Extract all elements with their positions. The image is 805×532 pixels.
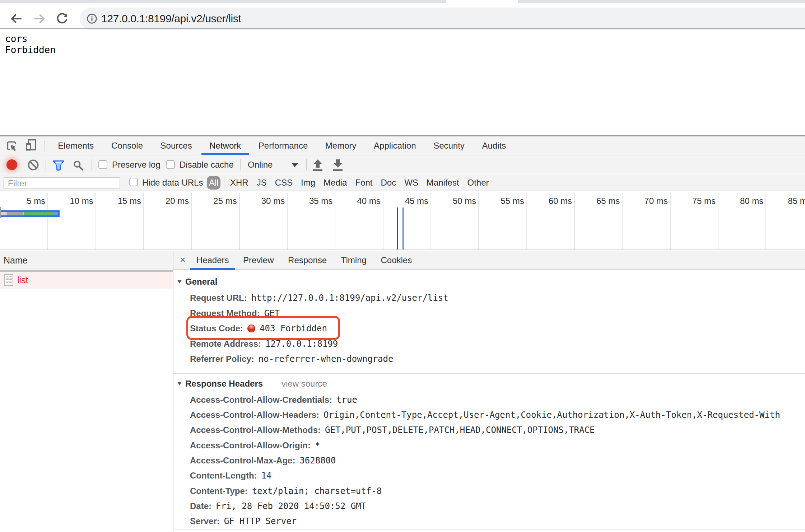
filter-type[interactable]: Img (301, 174, 315, 191)
filter-type[interactable]: CSS (275, 174, 293, 191)
disclosure-triangle-icon[interactable] (177, 382, 182, 386)
pane-divider[interactable] (173, 251, 173, 532)
filter-type[interactable]: Media (324, 174, 347, 191)
url-text[interactable]: 127.0.0.1:8199/api.v2/user/list (101, 8, 241, 30)
disable-cache-label[interactable]: Disable cache (180, 156, 234, 173)
throttling-select[interactable]: Online (248, 156, 273, 173)
view-source-link[interactable]: view source (281, 379, 327, 389)
hide-data-urls-label[interactable]: Hide data URLs (142, 174, 203, 191)
preserve-log-checkbox[interactable] (98, 160, 107, 169)
request-name[interactable]: list (17, 272, 28, 289)
inspect-element-button[interactable] (7, 141, 17, 151)
request-url-label: Request URL: (190, 293, 247, 303)
export-har-button[interactable] (332, 159, 344, 172)
devtools-tab[interactable]: Security (425, 136, 473, 155)
referrer-policy-value: no-referrer-when-downgrade (259, 354, 394, 364)
filter-type[interactable]: WS (404, 174, 418, 191)
info-icon[interactable] (86, 13, 98, 24)
waterfall-overview-bar[interactable] (1, 210, 60, 217)
ruler-tick-label: 25 ms (213, 196, 237, 206)
response-header-name: Access-Control-Allow-Methods: (190, 425, 321, 435)
address-bar[interactable]: 127.0.0.1:8199/api.v2/user/list (80, 8, 805, 30)
forward-button[interactable] (33, 12, 46, 25)
name-column-header[interactable]: Name (0, 251, 173, 272)
filter-type[interactable]: Doc (381, 174, 396, 191)
filter-type[interactable]: Manifest (427, 174, 459, 191)
ruler-tick-label: 80 ms (740, 196, 763, 206)
detail-tab[interactable]: Headers (189, 251, 236, 270)
clear-icon (28, 159, 39, 171)
hide-data-urls-checkbox[interactable] (129, 178, 138, 186)
close-detail-button[interactable]: × (177, 251, 189, 270)
detail-tab[interactable]: Cookies (374, 251, 419, 270)
inspect-cursor-icon (7, 141, 17, 151)
ruler-tick-label: 85 ms (788, 196, 805, 206)
general-section-header[interactable]: General (177, 276, 217, 287)
filter-type[interactable]: Font (355, 174, 372, 191)
ruler-gridline (143, 193, 144, 250)
toolbar-separator (306, 159, 307, 171)
response-header-value: * (315, 440, 320, 451)
ruler-gridline (574, 193, 575, 250)
preserve-log-label[interactable]: Preserve log (112, 156, 160, 173)
waterfall-download-segment (53, 212, 58, 215)
network-toolbar: Preserve log Disable cache Online (0, 156, 805, 173)
devtools-tab[interactable]: Audits (473, 136, 515, 155)
ruler-tick-label: 65 ms (596, 196, 620, 206)
ruler-tick-label: 20 ms (166, 196, 189, 206)
request-url-value: http://127.0.0.1:8199/api.v2/user/list (251, 293, 448, 303)
ruler-tick-label: 35 ms (309, 196, 332, 206)
response-headers-section-header[interactable]: Response Headers view source (177, 378, 327, 389)
ruler-tick-label: 30 ms (261, 196, 285, 206)
document-icon (4, 274, 13, 286)
annotation-highlight-box (186, 316, 340, 340)
devtools-tab[interactable]: Elements (49, 136, 103, 155)
filter-toggle-button[interactable] (52, 159, 65, 172)
devtools-tabs: ElementsConsoleSourcesNetworkPerformance… (49, 136, 515, 155)
remote-address-value: 127.0.0.1:8199 (265, 339, 338, 349)
devtools-tab[interactable]: Sources (152, 136, 201, 155)
filter-type[interactable]: JS (257, 174, 267, 191)
ruler-gridline (478, 193, 479, 250)
ruler-gridline (526, 193, 527, 250)
record-button[interactable] (6, 159, 17, 170)
search-button[interactable] (73, 159, 85, 171)
device-toolbar-button[interactable] (22, 139, 37, 153)
request-row[interactable]: list (0, 272, 173, 289)
disable-cache-checkbox[interactable] (166, 160, 175, 169)
detail-tab[interactable]: Preview (236, 251, 281, 270)
back-button[interactable] (9, 12, 23, 25)
ruler-gridline (622, 193, 623, 250)
filter-type-all[interactable]: All (207, 176, 220, 190)
network-overview[interactable]: 5 ms10 ms15 ms20 ms25 ms30 ms35 ms40 ms4… (0, 193, 805, 250)
devtools-tab[interactable]: Network (201, 136, 250, 155)
devtools-tab[interactable]: Application (365, 136, 425, 155)
ruler-gridline (191, 193, 192, 250)
filter-type[interactable]: XHR (230, 174, 248, 191)
response-header-row: Date: Fri, 28 Feb 2020 14:50:52 GMT (190, 499, 366, 514)
network-filter-bar: Hide data URLs All XHRJSCSSImgMediaFontD… (0, 174, 805, 191)
throttling-caret-icon[interactable] (292, 163, 298, 167)
response-header-name: Access-Control-Allow-Credentials: (190, 395, 332, 405)
response-header-value: 14 (261, 471, 272, 481)
reload-button[interactable] (55, 12, 69, 25)
detail-tab[interactable]: Response (281, 251, 334, 270)
response-header-name: Date: (190, 501, 211, 511)
toolbar-separator (224, 177, 224, 188)
devtools-tab[interactable]: Console (103, 136, 152, 155)
name-column-label[interactable]: Name (4, 251, 28, 270)
filter-type[interactable]: Other (467, 174, 489, 191)
response-header-row: Access-Control-Allow-Credentials: true (190, 392, 357, 407)
devtools-tab-bar: ElementsConsoleSourcesNetworkPerformance… (0, 136, 805, 155)
filter-input[interactable] (4, 177, 120, 189)
response-header-value: true (336, 395, 357, 405)
clear-button[interactable] (28, 159, 39, 171)
devtools-tab[interactable]: Memory (317, 136, 365, 155)
import-har-button[interactable] (312, 159, 324, 172)
section-divider (173, 529, 805, 529)
devtools-tab[interactable]: Performance (250, 136, 317, 155)
disclosure-triangle-icon[interactable] (177, 280, 182, 284)
detail-tab[interactable]: Timing (334, 251, 374, 270)
response-header-value: Fri, 28 Feb 2020 14:50:52 GMT (216, 501, 366, 511)
ruler-gridline (96, 193, 96, 250)
